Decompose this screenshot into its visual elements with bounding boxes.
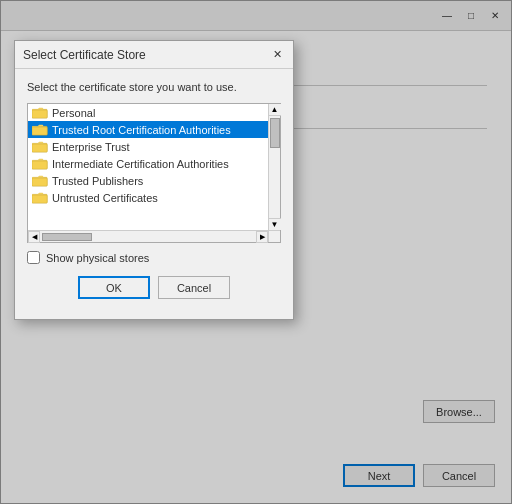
scroll-left-button[interactable]: ◀	[28, 231, 40, 243]
svg-rect-1	[32, 110, 47, 118]
list-item-trusted-root-label: Trusted Root Certification Authorities	[52, 124, 231, 136]
modal-close-button[interactable]: ✕	[269, 47, 285, 63]
svg-rect-7	[32, 161, 47, 169]
svg-rect-9	[32, 178, 47, 186]
modal-title: Select Certificate Store	[23, 48, 146, 62]
folder-icon-trusted-root	[32, 123, 48, 136]
certificate-store-listbox[interactable]: Personal Trusted Root Certification Auth…	[27, 103, 281, 243]
show-physical-stores-row: Show physical stores	[27, 251, 281, 264]
ok-button[interactable]: OK	[78, 276, 150, 299]
scroll-right-button[interactable]: ▶	[256, 231, 268, 243]
show-physical-stores-checkbox[interactable]	[27, 251, 40, 264]
modal-body: Select the certificate store you want to…	[15, 69, 293, 319]
list-item-untrusted-label: Untrusted Certificates	[52, 192, 158, 204]
list-item-trusted-publishers-label: Trusted Publishers	[52, 175, 143, 187]
cancel-button[interactable]: Cancel	[158, 276, 230, 299]
folder-icon-personal	[32, 106, 48, 119]
svg-rect-5	[32, 144, 47, 152]
modal-titlebar: Select Certificate Store ✕	[15, 41, 293, 69]
right-arrow-icon: ▶	[260, 233, 265, 241]
svg-rect-3	[32, 127, 47, 135]
select-certificate-store-dialog: Select Certificate Store ✕ Select the ce…	[14, 40, 294, 320]
list-item-enterprise[interactable]: Enterprise Trust	[28, 138, 268, 155]
folder-icon-enterprise	[32, 140, 48, 153]
modal-description: Select the certificate store you want to…	[27, 81, 281, 93]
hscroll-thumb[interactable]	[42, 233, 92, 241]
list-item-trusted-root[interactable]: Trusted Root Certification Authorities	[28, 121, 268, 138]
left-arrow-icon: ◀	[32, 233, 37, 241]
svg-rect-11	[32, 195, 47, 203]
scroll-up-button[interactable]: ▲	[269, 104, 281, 116]
folder-icon-trusted-publishers	[32, 174, 48, 187]
horizontal-scrollbar[interactable]: ◀ ▶	[28, 230, 268, 242]
scroll-thumb[interactable]	[270, 118, 280, 148]
list-item-intermediate[interactable]: Intermediate Certification Authorities	[28, 155, 268, 172]
hscroll-track	[40, 233, 256, 241]
scrollbar-corner	[268, 230, 280, 242]
list-content: Personal Trusted Root Certification Auth…	[28, 104, 268, 230]
scroll-down-button[interactable]: ▼	[269, 218, 281, 230]
list-item-personal-label: Personal	[52, 107, 95, 119]
down-arrow-icon: ▼	[271, 220, 279, 229]
folder-icon-intermediate	[32, 157, 48, 170]
vertical-scrollbar[interactable]: ▲ ▼	[268, 104, 280, 230]
modal-buttons: OK Cancel	[27, 276, 281, 309]
show-physical-stores-label[interactable]: Show physical stores	[46, 252, 149, 264]
up-arrow-icon: ▲	[271, 105, 279, 114]
list-item-personal[interactable]: Personal	[28, 104, 268, 121]
list-item-trusted-publishers[interactable]: Trusted Publishers	[28, 172, 268, 189]
folder-icon-untrusted	[32, 191, 48, 204]
list-item-intermediate-label: Intermediate Certification Authorities	[52, 158, 229, 170]
list-item-enterprise-label: Enterprise Trust	[52, 141, 130, 153]
list-item-untrusted[interactable]: Untrusted Certificates	[28, 189, 268, 206]
